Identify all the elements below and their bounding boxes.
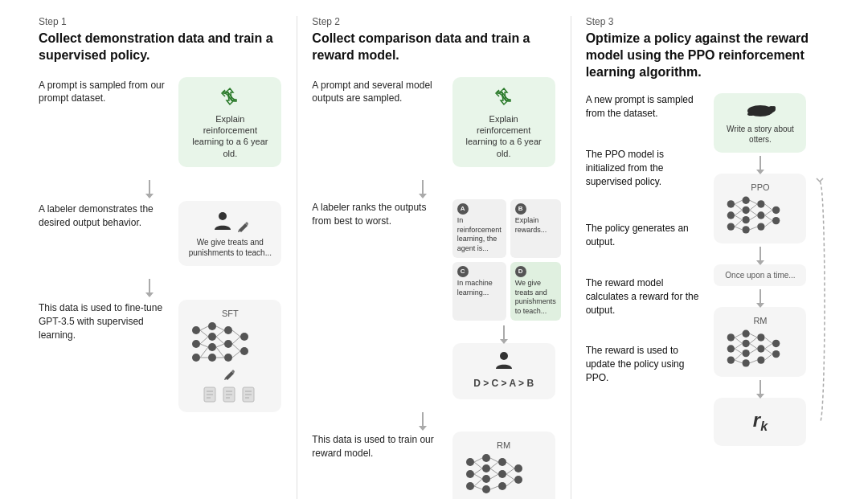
svg-point-43 (466, 470, 474, 478)
svg-point-51 (498, 482, 506, 490)
step2-arrow-rank (503, 325, 505, 340)
svg-point-105 (743, 350, 750, 357)
svg-line-124 (765, 344, 772, 350)
comp-b-text: Explain rewards... (515, 216, 556, 235)
step1-prompt-box: Explain reinforcement learning to a 6 ye… (178, 77, 281, 167)
svg-point-103 (743, 330, 750, 337)
svg-line-23 (216, 347, 224, 358)
feedback-arrow-svg (812, 166, 829, 439)
svg-point-42 (466, 458, 474, 466)
svg-point-9 (224, 340, 232, 348)
svg-line-27 (232, 344, 240, 351)
doc-icon1 (203, 387, 219, 404)
step1-row1: A prompt is sampled from our prompt data… (39, 77, 282, 167)
step1-visual1: Explain reinforcement learning to a 6 ye… (178, 77, 282, 167)
svg-point-102 (727, 357, 735, 364)
svg-line-113 (735, 337, 743, 344)
svg-line-65 (506, 462, 514, 468)
svg-point-44 (466, 482, 474, 490)
svg-point-50 (498, 470, 506, 478)
comp-c-letter: C (457, 266, 469, 277)
step1-text1: A prompt is sampled from our prompt data… (39, 77, 168, 106)
step3-label: Step 3 (586, 16, 829, 27)
svg-line-19 (216, 326, 224, 330)
svg-line-54 (474, 458, 482, 462)
recycle-icon2 (493, 85, 515, 108)
svg-point-71 (772, 106, 776, 109)
person-icon (211, 209, 235, 233)
rm-label: RM (462, 440, 546, 451)
svg-line-63 (490, 474, 498, 479)
svg-point-75 (727, 223, 735, 230)
svg-line-14 (200, 330, 208, 337)
step2-title: Collect comparison data and train a rewa… (312, 31, 555, 64)
svg-line-67 (506, 474, 514, 480)
svg-line-87 (735, 210, 743, 215)
step1-text3: This data is used to fine-tune GPT-3.5 w… (39, 300, 168, 342)
step3-column: Step 3 Optimize a policy against the rew… (571, 16, 844, 499)
svg-point-77 (743, 207, 750, 214)
svg-line-17 (200, 347, 208, 358)
svg-point-53 (514, 476, 522, 484)
svg-point-83 (772, 207, 780, 214)
svg-line-116 (735, 354, 743, 360)
svg-point-81 (758, 211, 765, 219)
step3-text4: The reward model calculates a reward for… (586, 276, 706, 339)
step3-arrow3 (760, 289, 761, 304)
comparison-grid: A In reinforcement learning, the agent i… (452, 199, 555, 321)
svg-line-60 (490, 458, 498, 462)
step3-feedback-arrow (812, 93, 829, 445)
step3-text2: The PPO model is initialized from the su… (586, 148, 706, 217)
svg-point-100 (727, 334, 735, 342)
svg-point-10 (224, 354, 232, 362)
svg-point-49 (498, 458, 506, 466)
svg-point-5 (208, 333, 216, 341)
svg-line-28 (232, 351, 240, 358)
svg-point-107 (758, 334, 765, 342)
svg-line-90 (735, 227, 743, 230)
svg-line-114 (735, 344, 743, 350)
svg-point-2 (192, 340, 200, 348)
svg-point-101 (727, 346, 735, 353)
svg-point-41 (500, 352, 508, 360)
step3-text3: The policy generates an output. (586, 222, 706, 272)
svg-point-8 (224, 326, 232, 334)
step1-arrow1 (149, 180, 150, 194)
svg-line-99 (765, 221, 772, 227)
svg-point-106 (743, 359, 750, 366)
comp-a: A In reinforcement learning, the agent i… (452, 199, 506, 258)
svg-point-82 (758, 223, 765, 230)
step2-text2: A labeler ranks the outputs from best to… (312, 199, 441, 228)
step1-title: Collect demonstration data and train a s… (39, 31, 282, 64)
step3-content: A new prompt is sampled from the dataset… (586, 93, 829, 445)
step1-sft-box: SFT (178, 300, 281, 412)
svg-point-109 (758, 357, 765, 364)
svg-line-15 (200, 337, 208, 344)
step3-otter-box: Write a story about otters. (714, 93, 806, 152)
svg-line-91 (750, 200, 757, 204)
svg-line-112 (735, 334, 743, 338)
comp-c-text: In machine learning... (457, 279, 502, 297)
comp-d-text: We give treats and punishments to teach.… (515, 279, 556, 317)
svg-line-26 (232, 337, 240, 344)
svg-point-79 (743, 226, 750, 233)
svg-line-95 (750, 227, 757, 230)
step3-text1: A new prompt is sampled from the dataset… (586, 93, 706, 143)
step2-text3: This data is used to train our reward mo… (312, 432, 441, 460)
svg-line-25 (232, 330, 240, 337)
svg-line-62 (490, 468, 498, 474)
step3-otter-text: Write a story about otters. (723, 124, 796, 145)
svg-point-74 (727, 211, 735, 219)
step3-texts: A new prompt is sampled from the dataset… (586, 93, 706, 445)
svg-line-123 (765, 337, 772, 344)
sft-neural-net (188, 322, 252, 366)
step2-arrow2 (422, 412, 424, 427)
pencil-icon (237, 220, 250, 233)
comp-d: D We give treats and punishments to teac… (510, 262, 561, 321)
svg-point-11 (240, 333, 248, 341)
svg-line-56 (474, 468, 482, 474)
svg-point-76 (743, 197, 750, 204)
otter-icon (744, 101, 776, 117)
step2-column: Step 2 Collect comparison data and train… (297, 16, 571, 499)
step3-arrow1 (760, 156, 761, 170)
